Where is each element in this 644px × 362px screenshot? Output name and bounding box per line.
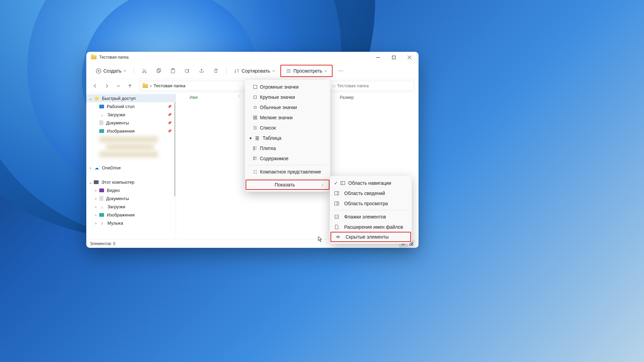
blurred-item (106, 144, 154, 150)
cut-button[interactable] (138, 66, 150, 76)
view-list[interactable]: Список (245, 123, 330, 133)
list-icon (252, 125, 258, 131)
pin-icon: 📌 (167, 121, 172, 125)
show-item-checks[interactable]: Флажки элементов (330, 212, 412, 222)
svg-point-58 (337, 236, 339, 238)
svg-rect-41 (253, 147, 255, 148)
view-label: Просмотреть (293, 68, 322, 74)
view-small[interactable]: Мелкие значки (245, 112, 330, 123)
more-button[interactable]: ⋯ (335, 66, 347, 76)
sidebar-downloads-pc[interactable]: ›↓Загрузки (86, 202, 176, 211)
new-button[interactable]: Создать (92, 66, 130, 76)
chevron-down-icon[interactable]: ⌄ (88, 180, 92, 184)
maximize-button[interactable] (386, 52, 401, 62)
search-input[interactable]: v: Тестовая папка (329, 81, 414, 91)
paste-button[interactable] (167, 66, 179, 76)
pin-icon: 📌 (167, 113, 172, 117)
svg-rect-28 (254, 96, 257, 99)
sidebar-onedrive[interactable]: ›☁OneDrive (86, 164, 176, 172)
svg-rect-24 (412, 242, 413, 243)
view-medium[interactable]: Обычные значки (245, 102, 330, 112)
sidebar-this-pc[interactable]: ⌄Этот компьютер (86, 178, 176, 186)
svg-rect-48 (253, 159, 254, 160)
nav-pane-icon (340, 180, 346, 186)
view-extra-large[interactable]: Огромные значки (245, 82, 330, 92)
sidebar-documents-pc[interactable]: ›Документы (86, 194, 176, 202)
pictures-icon (99, 213, 104, 217)
minimize-button[interactable] (370, 52, 386, 62)
sidebar-downloads[interactable]: ↓Загрузки📌 (86, 110, 176, 119)
view-show[interactable]: Показать› (246, 180, 330, 190)
details-icon (254, 135, 260, 141)
forward-button[interactable] (102, 81, 112, 91)
sidebar-desktop[interactable]: Рабочий стол📌 (86, 102, 176, 110)
svg-rect-43 (253, 149, 255, 150)
mouse-cursor (318, 236, 323, 242)
up-button[interactable] (125, 81, 135, 91)
view-content[interactable]: Содержимое (245, 153, 330, 164)
chevron-right-icon[interactable]: › (94, 188, 98, 192)
svg-rect-1 (392, 56, 395, 59)
view-compact[interactable]: Компактное представление (245, 167, 330, 177)
close-button[interactable] (401, 52, 417, 62)
sort-button[interactable]: Сортировать (231, 66, 278, 76)
toolbar-separator (134, 67, 134, 75)
small-icon (252, 115, 258, 120)
rename-icon (185, 68, 190, 74)
show-nav-pane[interactable]: ✓Область навигации (330, 178, 412, 188)
chevron-right-icon[interactable]: › (94, 196, 98, 200)
sidebar-video[interactable]: ›Видео (86, 186, 176, 194)
column-name[interactable]: Имя (190, 95, 197, 100)
copy-button[interactable] (152, 66, 165, 76)
sidebar-documents[interactable]: Документы📌 (86, 119, 176, 127)
desktop-icon (99, 105, 104, 108)
delete-button[interactable] (210, 66, 222, 76)
show-details-pane[interactable]: Область сведений (330, 188, 412, 198)
column-size[interactable]: Размер (340, 95, 354, 100)
back-button[interactable] (90, 81, 100, 91)
star-icon: ⭐ (94, 95, 99, 101)
sort-icon (234, 68, 239, 74)
svg-rect-57 (335, 215, 338, 218)
view-tiles[interactable]: Плитка (245, 143, 330, 153)
chevron-right-icon[interactable]: › (94, 213, 98, 217)
menu-separator (248, 165, 327, 165)
show-hidden[interactable]: Скрытые элементы (331, 232, 411, 242)
rename-button[interactable] (181, 66, 193, 76)
show-file-ext[interactable]: Расширения имен файлов (330, 222, 412, 232)
svg-rect-31 (255, 116, 257, 117)
cloud-icon: ☁ (94, 165, 99, 170)
sidebar-pictures[interactable]: Изображения📌 (86, 127, 176, 135)
share-button[interactable] (195, 66, 208, 76)
more-icon: ⋯ (338, 68, 343, 74)
view-large[interactable]: Крупные значки (245, 92, 330, 102)
titlebar[interactable]: Тестовая папка (86, 52, 419, 63)
details-pane-icon (334, 191, 339, 196)
large-icon (252, 94, 258, 100)
bullet-icon (250, 137, 251, 139)
chevron-right-icon[interactable]: › (88, 166, 92, 170)
chevron-right-icon[interactable]: › (94, 205, 98, 209)
sidebar-music[interactable]: ›♪Музыка (86, 219, 176, 227)
pin-icon: 📌 (167, 105, 172, 108)
breadcrumb-current[interactable]: Тестовая папка (153, 83, 185, 88)
view-details[interactable]: Таблица (245, 133, 330, 143)
svg-rect-32 (253, 118, 255, 119)
document-icon (99, 120, 103, 125)
view-button[interactable]: Просмотреть (282, 66, 331, 76)
extra-large-icon (252, 84, 258, 90)
folder-icon (91, 55, 97, 59)
chevron-right-icon[interactable]: › (94, 221, 98, 225)
view-button-highlight: Просмотреть (280, 65, 333, 77)
sidebar-pictures-pc[interactable]: ›Изображения (86, 211, 176, 219)
recent-button[interactable] (114, 81, 123, 91)
music-icon: ♪ (99, 220, 105, 226)
svg-rect-27 (253, 85, 257, 89)
checkbox-icon (334, 214, 339, 220)
download-icon: ↓ (99, 112, 105, 117)
chevron-down-icon[interactable]: ⌄ (88, 96, 92, 100)
svg-rect-50 (341, 181, 345, 185)
show-preview-pane[interactable]: Область просмотра (330, 198, 412, 209)
sidebar-quick-access[interactable]: ⌄ ⭐ Быстрый доступ (86, 94, 176, 102)
check-icon: ✓ (334, 180, 338, 186)
